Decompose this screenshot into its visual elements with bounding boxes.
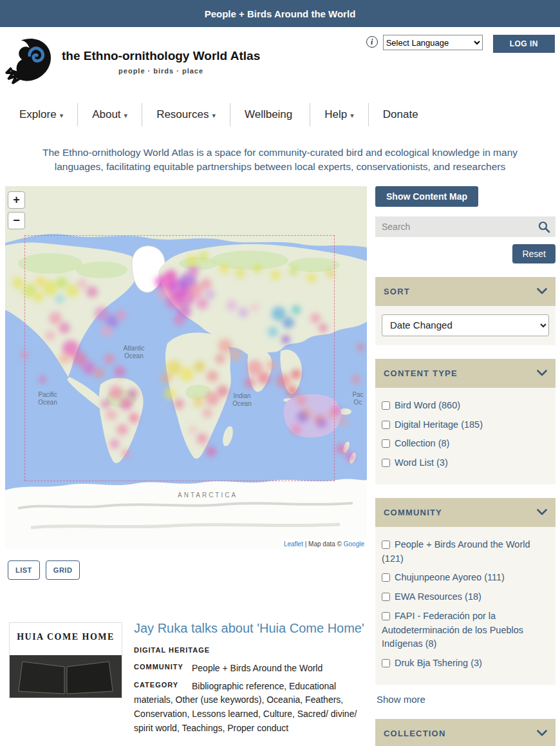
- google-link[interactable]: Google: [344, 540, 364, 548]
- community-section-header[interactable]: COMMUNITY: [375, 498, 555, 527]
- map-data-point[interactable]: [276, 374, 290, 388]
- map-data-point[interactable]: [129, 413, 139, 423]
- filter-checkbox[interactable]: [382, 459, 390, 467]
- filter-option[interactable]: Collection (8): [382, 437, 549, 451]
- nav-item[interactable]: Resources▾: [142, 103, 230, 126]
- search-icon[interactable]: [537, 220, 550, 236]
- map-data-point[interactable]: [161, 373, 171, 383]
- map-data-point[interactable]: [306, 273, 317, 283]
- map-data-point[interactable]: [196, 433, 208, 445]
- map-data-point[interactable]: [250, 303, 259, 312]
- map-data-point[interactable]: [180, 367, 194, 381]
- nav-item[interactable]: Help▾: [310, 103, 369, 126]
- map-data-point[interactable]: [286, 385, 298, 397]
- sort-section-header[interactable]: SORT: [375, 277, 555, 306]
- filter-checkbox[interactable]: [382, 421, 390, 429]
- map-data-point[interactable]: [351, 375, 360, 384]
- login-button[interactable]: LOG IN: [493, 35, 555, 53]
- map-data-point[interactable]: [116, 310, 126, 320]
- map-data-point[interactable]: [292, 305, 301, 314]
- reset-button[interactable]: Reset: [512, 244, 555, 263]
- map-data-point[interactable]: [266, 360, 277, 370]
- map-data-point[interactable]: [127, 388, 138, 399]
- map-data-point[interactable]: [94, 368, 104, 378]
- map-data-point[interactable]: [205, 289, 215, 300]
- grid-view-button[interactable]: GRID: [46, 560, 80, 580]
- map-data-point[interactable]: [218, 339, 232, 353]
- filter-checkbox[interactable]: [382, 401, 390, 410]
- map-data-point[interactable]: [49, 312, 62, 325]
- map-data-point[interactable]: [45, 330, 55, 341]
- map-data-point[interactable]: [165, 269, 177, 281]
- map-data-point[interactable]: [310, 313, 321, 323]
- filter-checkbox[interactable]: [382, 439, 390, 448]
- map-data-point[interactable]: [199, 251, 208, 260]
- map-data-point[interactable]: [206, 446, 216, 457]
- map-data-point[interactable]: [106, 409, 117, 421]
- filter-option[interactable]: FAPI - Federación por la Autodeterminaci…: [382, 609, 549, 651]
- map-data-point[interactable]: [215, 354, 225, 364]
- result-thumbnail[interactable]: HUIA COME HOME: [9, 622, 122, 698]
- map-data-point[interactable]: [39, 376, 46, 383]
- map-data-point[interactable]: [326, 269, 335, 278]
- map-data-point[interactable]: [357, 343, 364, 351]
- map-data-point[interactable]: [187, 265, 199, 277]
- map-data-point[interactable]: [217, 385, 229, 397]
- info-icon[interactable]: i: [366, 36, 378, 48]
- filter-option[interactable]: Chujunpeone Ayoreo (111): [382, 571, 549, 585]
- map-data-point[interactable]: [230, 349, 241, 361]
- map-data-point[interactable]: [189, 425, 198, 434]
- sort-select[interactable]: Date Changed: [382, 314, 549, 336]
- map-data-point[interactable]: [55, 294, 64, 303]
- filter-option[interactable]: Word List (3): [382, 456, 549, 470]
- map-data-point[interactable]: [319, 323, 328, 332]
- map-data-point[interactable]: [296, 395, 306, 405]
- filter-checkbox[interactable]: [382, 659, 390, 667]
- site-logo[interactable]: [5, 32, 58, 89]
- map-data-point[interactable]: [109, 439, 120, 449]
- map-data-point[interactable]: [270, 270, 281, 280]
- map-data-point[interactable]: [207, 370, 218, 382]
- map-data-point[interactable]: [187, 255, 197, 265]
- map-data-point[interactable]: [346, 452, 355, 461]
- nav-item[interactable]: About▾: [78, 103, 142, 126]
- nav-item[interactable]: Explore▾: [5, 103, 78, 126]
- map-data-point[interactable]: [174, 399, 184, 409]
- filter-option[interactable]: People + Birds Around the World (121): [382, 538, 549, 566]
- map-data-point[interactable]: [109, 385, 123, 399]
- collection-section-header[interactable]: COLLECTION: [375, 719, 555, 746]
- language-select[interactable]: Select Language: [383, 35, 483, 50]
- map-data-point[interactable]: [122, 449, 131, 458]
- map-data-point[interactable]: [86, 286, 98, 298]
- map-data-point[interactable]: [154, 276, 165, 287]
- map-data-point[interactable]: [77, 279, 88, 289]
- map-data-point[interactable]: [120, 397, 133, 410]
- nav-item[interactable]: Wellbeing: [230, 103, 310, 126]
- map-data-point[interactable]: [194, 361, 205, 372]
- filter-option[interactable]: Bird Word (860): [382, 399, 549, 413]
- map-data-point[interactable]: [12, 277, 24, 289]
- leaflet-link[interactable]: Leaflet: [284, 540, 303, 548]
- map-data-point[interactable]: [235, 268, 245, 278]
- map-data-point[interactable]: [257, 372, 270, 385]
- map-data-point[interactable]: [281, 335, 290, 344]
- map-data-point[interactable]: [157, 287, 170, 300]
- filter-option[interactable]: EWA Resources (18): [382, 590, 549, 604]
- content-type-section-header[interactable]: CONTENT TYPE: [375, 359, 555, 388]
- map-data-point[interactable]: [173, 314, 185, 326]
- map-data-point[interactable]: [283, 317, 294, 329]
- map-data-point[interactable]: [291, 425, 301, 435]
- map-data-point[interactable]: [21, 351, 28, 359]
- map-data-point[interactable]: [101, 325, 113, 337]
- map-data-point[interactable]: [101, 399, 110, 408]
- nav-item[interactable]: Donate: [369, 103, 436, 126]
- map-data-point[interactable]: [200, 278, 212, 290]
- map-data-point[interactable]: [202, 408, 212, 418]
- map-data-point[interactable]: [114, 366, 126, 378]
- map-data-point[interactable]: [117, 424, 128, 435]
- zoom-in-button[interactable]: +: [8, 191, 25, 209]
- map-data-point[interactable]: [339, 417, 348, 426]
- show-more-link[interactable]: Show more: [377, 694, 425, 705]
- map-data-point[interactable]: [244, 377, 256, 388]
- show-content-map-button[interactable]: Show Content Map: [375, 186, 478, 207]
